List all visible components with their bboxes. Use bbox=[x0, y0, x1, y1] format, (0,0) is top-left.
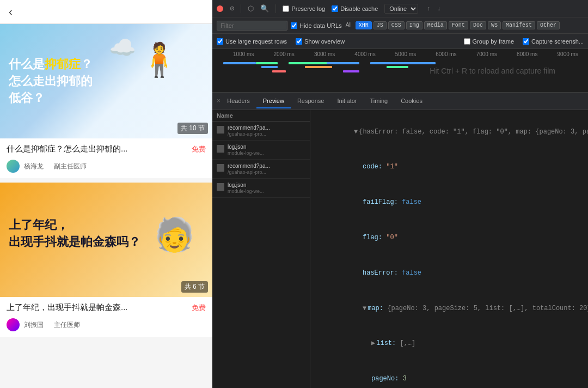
tab-cookies[interactable]: Cookies bbox=[394, 94, 429, 108]
font-filter[interactable]: Font bbox=[449, 21, 468, 29]
network-item-text-1: log.json module-log-we... bbox=[228, 144, 264, 156]
timeline-bar-2 bbox=[256, 62, 278, 64]
network-item-1[interactable]: log.json module-log-we... bbox=[212, 141, 310, 160]
hide-data-urls-checkbox[interactable] bbox=[291, 22, 297, 29]
author-name-1: 杨海龙 bbox=[24, 162, 44, 170]
devtools-toolbar: ⊘ ⬡ 🔍 Preserve log Disable cache Online … bbox=[212, 0, 588, 17]
img-filter[interactable]: Img bbox=[406, 21, 422, 29]
json-haserror-line: hasError: false bbox=[315, 256, 584, 291]
network-item-name-3: log.json bbox=[228, 182, 264, 188]
back-button[interactable]: ‹ bbox=[9, 5, 13, 18]
xhr-filter[interactable]: XHR bbox=[356, 21, 372, 29]
author-name-2: 刘振国 bbox=[24, 321, 44, 329]
large-rows-label[interactable]: Use large request rows bbox=[217, 38, 287, 45]
network-throttle-select[interactable]: Online bbox=[384, 4, 418, 14]
json-flag-line: flag: "0" bbox=[315, 220, 584, 256]
avatar-1 bbox=[7, 160, 20, 173]
free-badge-2: 免费 bbox=[192, 303, 206, 313]
other-filter[interactable]: Other bbox=[537, 21, 560, 29]
tab-initiator[interactable]: Initiator bbox=[330, 94, 363, 108]
hide-data-urls-text: Hide data URLs bbox=[299, 22, 342, 29]
stop-button[interactable]: ⊘ bbox=[230, 4, 234, 13]
network-list-header: Name bbox=[212, 110, 310, 122]
tab-headers[interactable]: Headers bbox=[220, 94, 256, 108]
card-title-2: 上了年纪，出现手抖就是帕金森... bbox=[7, 302, 187, 313]
options-left: Use large request rows Show overview bbox=[217, 38, 345, 45]
timeline[interactable]: 1000 ms 2000 ms 3000 ms 4000 ms 5000 ms … bbox=[212, 49, 588, 93]
json-map-expand[interactable]: ▼ bbox=[363, 305, 366, 312]
preserve-log-label[interactable]: Preserve log bbox=[283, 5, 325, 12]
card-author-1: 杨海龙 副主任医师 bbox=[0, 160, 212, 178]
disable-cache-checkbox[interactable] bbox=[332, 5, 338, 12]
card-parkinson[interactable]: 上了年纪， 出现手抖就是帕金森吗？ 🧓 共 6 节 上了年纪，出现手抖就是帕金森… bbox=[0, 183, 212, 337]
network-item-2[interactable]: recommend?pa... /guahao-api-pro... bbox=[212, 160, 310, 179]
disable-cache-label[interactable]: Disable cache bbox=[332, 5, 378, 12]
tab-timing[interactable]: Timing bbox=[364, 94, 395, 108]
timeline-label-6: 6000 ms bbox=[426, 51, 466, 57]
timeline-bar-6 bbox=[305, 66, 332, 68]
options-right: Group by frame Capture screensh... bbox=[464, 38, 584, 45]
depression-text: 什么是抑郁症？ 怎么走出抑郁的 低谷？ bbox=[9, 56, 93, 106]
search-icon[interactable]: 🔍 bbox=[260, 4, 269, 13]
preserve-log-checkbox[interactable] bbox=[283, 5, 289, 12]
network-item-sub-0: /guahao-api-pro... bbox=[228, 131, 270, 137]
mobile-header: ‹ bbox=[0, 0, 212, 24]
filter-input[interactable] bbox=[217, 21, 287, 31]
network-item-text-2: recommend?pa... /guahao-api-pro... bbox=[228, 163, 270, 175]
group-by-frame-label[interactable]: Group by frame bbox=[464, 38, 514, 45]
network-item-icon-3 bbox=[217, 183, 224, 191]
network-item-icon-2 bbox=[217, 164, 224, 172]
network-item-name-0: recommend?pa... bbox=[228, 125, 270, 131]
card-image-depression: ☁️ 🧍 什么是抑郁症？ 怎么走出抑郁的 低谷？ 共 10 节 bbox=[0, 24, 212, 138]
network-item-3[interactable]: log.json module-log-we... bbox=[212, 179, 310, 198]
record-button[interactable] bbox=[217, 5, 223, 12]
show-overview-checkbox[interactable] bbox=[296, 38, 302, 45]
json-expand-icon[interactable]: ▼ bbox=[354, 128, 358, 136]
tab-bar: × Headers Preview Response Initiator Tim… bbox=[212, 93, 588, 110]
card-depression[interactable]: ☁️ 🧍 什么是抑郁症？ 怎么走出抑郁的 低谷？ 共 10 节 什么是抑郁症？怎… bbox=[0, 24, 212, 178]
timeline-bar-9 bbox=[370, 62, 436, 64]
large-rows-text: Use large request rows bbox=[225, 38, 287, 45]
timeline-bar-1 bbox=[223, 62, 256, 64]
network-item-text-0: recommend?pa... /guahao-api-pro... bbox=[228, 125, 270, 137]
main-area: × Headers Preview Response Initiator Tim… bbox=[212, 93, 588, 388]
episode-badge-1: 共 10 节 bbox=[177, 123, 208, 134]
timeline-label-9: 9000 ms bbox=[548, 51, 588, 57]
json-list-expand[interactable]: ▶ bbox=[371, 340, 375, 347]
manifest-filter[interactable]: Manifest bbox=[503, 21, 535, 29]
json-summary-line: ▼{hasError: false, code: "1", flag: "0",… bbox=[315, 114, 584, 150]
timeline-bar-4 bbox=[272, 70, 286, 72]
large-rows-checkbox[interactable] bbox=[217, 38, 223, 45]
filter-tags: Hide data URLs All XHR JS CSS Img Media … bbox=[291, 21, 560, 29]
ws-filter[interactable]: WS bbox=[488, 21, 501, 29]
capture-screenshots-text: Capture screensh... bbox=[531, 38, 584, 45]
download-icon[interactable]: ↓ bbox=[437, 5, 441, 12]
network-item-icon-1 bbox=[217, 145, 224, 153]
show-overview-label[interactable]: Show overview bbox=[296, 38, 345, 45]
upload-icon[interactable]: ↑ bbox=[427, 5, 431, 12]
author-info-1: 杨海龙 副主任医师 bbox=[24, 162, 87, 171]
filter-icon[interactable]: ⬡ bbox=[248, 4, 254, 13]
js-filter[interactable]: JS bbox=[373, 21, 387, 29]
media-filter[interactable]: Media bbox=[424, 21, 447, 29]
css-filter[interactable]: CSS bbox=[388, 21, 405, 29]
network-item-sub-2: /guahao-api-pro... bbox=[228, 169, 270, 175]
json-failflag-line: failFlag: false bbox=[315, 185, 584, 221]
separator-2 bbox=[275, 4, 276, 13]
tab-preview[interactable]: Preview bbox=[256, 94, 291, 108]
tab-close-icon[interactable]: × bbox=[217, 98, 220, 105]
preserve-log-text: Preserve log bbox=[291, 5, 325, 12]
split-area: Name recommend?pa... /guahao-api-pro... … bbox=[212, 110, 588, 388]
capture-screenshots-checkbox[interactable] bbox=[523, 38, 529, 45]
doc-filter[interactable]: Doc bbox=[470, 21, 486, 29]
author-info-2: 刘振国 主任医师 bbox=[24, 320, 80, 330]
hide-data-urls-label[interactable]: Hide data URLs bbox=[291, 21, 342, 29]
group-by-frame-checkbox[interactable] bbox=[464, 38, 470, 45]
capture-screenshots-label[interactable]: Capture screensh... bbox=[523, 38, 584, 45]
tab-response[interactable]: Response bbox=[291, 94, 331, 108]
all-filter[interactable]: All bbox=[344, 21, 354, 29]
json-map-line: ▼map: {pageNo: 3, pageSize: 5, list: [,…… bbox=[315, 291, 584, 326]
timeline-bar-5 bbox=[289, 62, 332, 64]
network-item-0[interactable]: recommend?pa... /guahao-api-pro... bbox=[212, 122, 310, 141]
preview-panel: ▼{hasError: false, code: "1", flag: "0",… bbox=[310, 110, 588, 388]
